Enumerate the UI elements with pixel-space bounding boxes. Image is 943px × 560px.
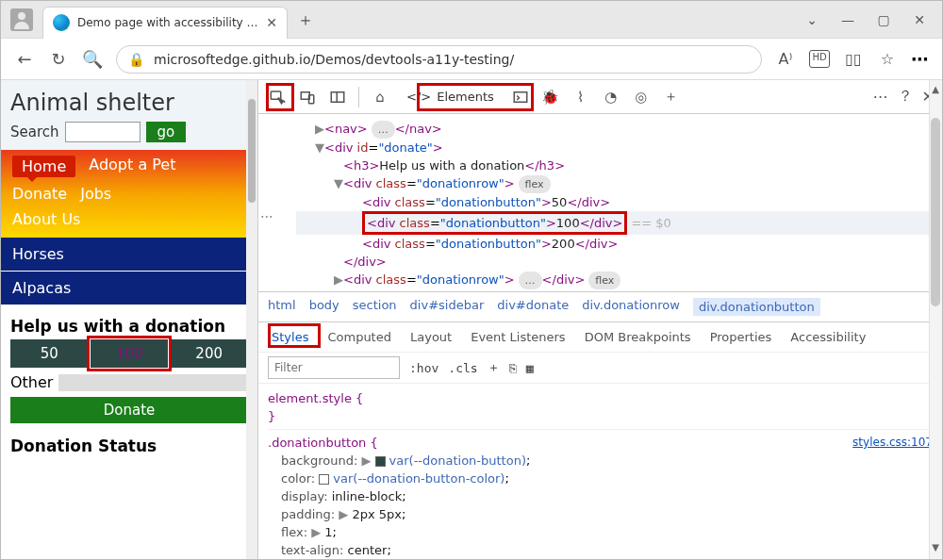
- dom-tree[interactable]: ▶<nav>…</nav> ▼<div id="donate"> <h3>Hel…: [258, 114, 942, 291]
- animals-horses[interactable]: Horses: [1, 238, 257, 272]
- font-editor-icon[interactable]: ⎘: [509, 361, 517, 375]
- close-window-icon[interactable]: ✕: [910, 12, 929, 27]
- nav-adopt[interactable]: Adopt a Pet: [89, 156, 175, 177]
- new-tab-button[interactable]: ＋: [297, 11, 314, 28]
- site-title: Animal shelter: [10, 90, 248, 116]
- memory-icon[interactable]: ◎: [630, 86, 653, 108]
- main-nav: Home Adopt a Pet Donate Jobs About Us: [1, 150, 257, 238]
- styles-panel-tabs: Styles Computed Layout Event Listeners D…: [258, 322, 942, 352]
- crumb-section[interactable]: section: [353, 298, 397, 316]
- tab-props[interactable]: Properties: [710, 330, 772, 344]
- minimize-icon[interactable]: —: [838, 12, 857, 27]
- crumb-row[interactable]: div.donationrow: [582, 298, 680, 316]
- rendered-page: Animal shelter Search go Home Adopt a Pe…: [1, 80, 257, 559]
- nav-about[interactable]: About Us: [12, 210, 80, 228]
- donation-heading: Help us with a donation: [1, 305, 257, 339]
- scroll-down-icon[interactable]: ▼: [931, 542, 940, 555]
- page-scrollbar[interactable]: [246, 80, 257, 559]
- devtools-scrollbar[interactable]: ▲ ▼: [929, 80, 942, 559]
- more-icon[interactable]: ⋯: [911, 49, 929, 69]
- search-icon[interactable]: 🔍: [82, 49, 103, 69]
- chevron-down-icon[interactable]: ⌄: [802, 12, 821, 27]
- scroll-up-icon[interactable]: ▲: [931, 84, 940, 97]
- crumb-sidebar[interactable]: div#sidebar: [410, 298, 485, 316]
- svg-rect-5: [514, 91, 527, 102]
- animals-alpacas[interactable]: Alpacas: [1, 272, 257, 305]
- donation-50[interactable]: 50: [10, 339, 89, 368]
- network-icon[interactable]: ⌇: [570, 86, 592, 108]
- nav-jobs[interactable]: Jobs: [80, 185, 111, 203]
- device-toggle-icon[interactable]: [296, 86, 319, 108]
- tab-title: Demo page with accessibility issu: [77, 16, 258, 29]
- edge-icon: [53, 14, 70, 31]
- devtools: ⌂ </> Elements 🐞 ⌇ ◔ ◎ ＋ ⋯ ？ ✕: [257, 80, 942, 559]
- crumb-html[interactable]: html: [268, 298, 296, 316]
- source-link[interactable]: styles.css:107: [852, 434, 933, 452]
- panel-icon[interactable]: [326, 86, 349, 108]
- cls-toggle[interactable]: .cls: [448, 361, 477, 375]
- code-icon: </>: [406, 90, 431, 104]
- tab-styles[interactable]: Styles: [272, 330, 308, 344]
- donation-100[interactable]: 100: [91, 339, 169, 368]
- more-tools-icon[interactable]: ⋯: [873, 88, 888, 106]
- tab-computed[interactable]: Computed: [327, 330, 391, 344]
- favorite-icon[interactable]: ☆: [877, 50, 898, 68]
- devtools-toolbar: ⌂ </> Elements 🐞 ⌇ ◔ ◎ ＋ ⋯ ？ ✕: [258, 80, 942, 114]
- nav-home[interactable]: Home: [12, 156, 75, 177]
- url-field[interactable]: 🔒 microsoftedge.github.io/Demos/devtools…: [116, 45, 762, 74]
- hd-icon[interactable]: HD: [809, 50, 830, 68]
- performance-icon[interactable]: ◔: [600, 86, 622, 108]
- tab-layout[interactable]: Layout: [410, 330, 452, 344]
- tab-elements[interactable]: </> Elements: [399, 84, 502, 110]
- nav-donate[interactable]: Donate: [12, 185, 67, 203]
- profile-icon[interactable]: [10, 8, 33, 31]
- crumb-body[interactable]: body: [309, 298, 339, 316]
- lock-icon: 🔒: [128, 52, 144, 67]
- read-aloud-icon[interactable]: A⁾: [775, 50, 796, 68]
- titlebar: Demo page with accessibility issu ✕ ＋ ⌄ …: [1, 1, 942, 39]
- inspect-icon[interactable]: [266, 86, 289, 108]
- elements-label: Elements: [437, 90, 494, 104]
- styles-pane[interactable]: element.style { } styles.css:107 .donati…: [258, 383, 942, 559]
- reading-view-icon[interactable]: ▯▯: [843, 50, 864, 68]
- console-icon[interactable]: [509, 86, 532, 108]
- bug-icon[interactable]: 🐞: [539, 86, 562, 108]
- filter-input[interactable]: [268, 356, 400, 379]
- close-tab-icon[interactable]: ✕: [266, 15, 277, 30]
- other-label: Other: [10, 373, 53, 391]
- hov-toggle[interactable]: :hov: [409, 361, 438, 375]
- browser-tab[interactable]: Demo page with accessibility issu ✕: [42, 7, 288, 39]
- donate-button[interactable]: Donate: [10, 397, 248, 423]
- welcome-icon[interactable]: ⌂: [369, 86, 391, 108]
- crumb-donate[interactable]: div#donate: [497, 298, 569, 316]
- back-icon[interactable]: ←: [14, 49, 35, 69]
- help-icon[interactable]: ？: [898, 87, 913, 107]
- donation-200[interactable]: 200: [170, 339, 248, 368]
- tab-listeners[interactable]: Event Listeners: [471, 330, 565, 344]
- tab-dom-bp[interactable]: DOM Breakpoints: [585, 330, 691, 344]
- new-rule-icon[interactable]: ＋: [488, 359, 500, 376]
- plus-icon[interactable]: ＋: [660, 86, 683, 108]
- breadcrumb[interactable]: html body section div#sidebar div#donate…: [258, 291, 942, 321]
- other-input[interactable]: [58, 374, 248, 391]
- search-input[interactable]: [65, 122, 141, 142]
- flexbox-editor-icon[interactable]: ▦: [526, 361, 534, 375]
- go-button[interactable]: go: [146, 122, 187, 142]
- search-label: Search: [10, 124, 59, 140]
- url-text: microsoftedge.github.io/Demos/devtools-a…: [154, 52, 514, 67]
- address-bar: ← ↻ 🔍 🔒 microsoftedge.github.io/Demos/de…: [1, 39, 942, 80]
- crumb-button[interactable]: div.donationbutton: [693, 298, 820, 316]
- maximize-icon[interactable]: ▢: [874, 12, 893, 27]
- tab-a11y[interactable]: Accessibility: [790, 330, 866, 344]
- refresh-icon[interactable]: ↻: [48, 49, 69, 69]
- status-heading: Donation Status: [1, 423, 257, 459]
